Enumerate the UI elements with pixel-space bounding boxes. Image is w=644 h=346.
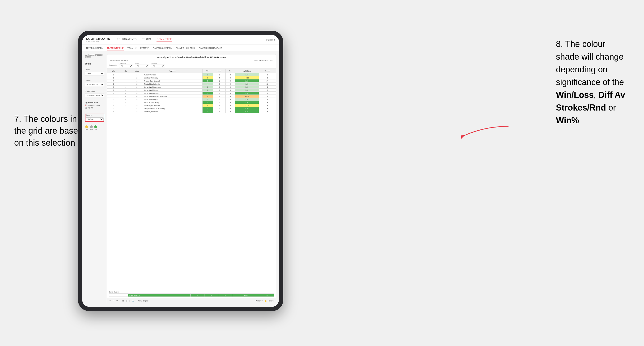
school-select[interactable]: 1. University of Nort... [85, 94, 104, 97]
table-cell: 9 [107, 89, 120, 92]
filter-row: Opponents: Conference (All) Region (All) [107, 62, 276, 69]
table-cell: 0 [213, 92, 226, 95]
nav-committee[interactable]: COMMITTEE [156, 38, 172, 41]
table-cell: 3.67 [235, 86, 259, 89]
table-cell: 11 [107, 95, 120, 98]
nav-teams[interactable]: TEAMS [142, 38, 151, 41]
table-cell: 1.83 [235, 82, 259, 86]
resize-button[interactable]: ⊡ [126, 300, 128, 302]
watch-button[interactable]: Watch ▾ [256, 300, 262, 302]
col-reg: #Reg [120, 69, 131, 73]
table-cell: 2.28 [235, 79, 259, 82]
table-row: 16-2University of Florida3106.629 [107, 110, 276, 113]
forward-button[interactable]: ⟳ [116, 300, 118, 302]
clock-button[interactable]: 🕐 [132, 300, 134, 302]
table-row: 14-5University of Oklahoma010-1.003 [107, 104, 276, 107]
table-cell: 6 [131, 95, 143, 98]
ipad-screen: SCOREBOARD Powered by clippd TOURNAMENTS… [82, 35, 279, 307]
nav-items: TOURNAMENTS TEAMS COMMITTEE [117, 38, 172, 41]
conference-select[interactable]: (All) [119, 65, 133, 67]
legend-dot-level [90, 125, 93, 128]
table-row: 4-1Arizona State University5102.2817 [107, 79, 276, 82]
tab-player-h2h-grid[interactable]: PLAYER H2H GRID [176, 46, 195, 50]
colour-by-select[interactable]: Win/loss [86, 117, 104, 121]
table-cell: 12 [107, 98, 120, 101]
table-cell: 0 [202, 104, 213, 107]
table-cell: 0 [226, 101, 235, 104]
table-cell: 3 [259, 104, 276, 107]
table-cell: - [120, 86, 131, 89]
table-cell: 0 [226, 86, 235, 89]
division-group: Division NCAA Division I [85, 80, 104, 86]
app-header: SCOREBOARD Powered by clippd TOURNAMENTS… [82, 35, 279, 45]
table-cell: 16 [107, 110, 120, 113]
view-label[interactable]: View: Original [138, 300, 148, 302]
opponent-select[interactable]: (All) [151, 65, 165, 67]
table-cell: 3 [202, 110, 213, 113]
tab-player-h2h-heatmap[interactable]: PLAYER H2H HEATMAP [199, 46, 222, 50]
table-cell: 0 [213, 107, 226, 110]
thumbs-up-button[interactable]: 👍 [264, 300, 267, 302]
table-row: 11-6University of Arkansas, Fayetteville… [107, 95, 276, 98]
region-select[interactable]: (All) [135, 65, 149, 67]
overall-record: Overall Record: 89 - 17 - 0 [109, 60, 128, 61]
table-cell: University of Alabama [143, 92, 202, 95]
table-cell: 0 [202, 76, 213, 79]
table-row: 13-1Texas Tech University3005.569 [107, 101, 276, 104]
undo-button[interactable]: ↩ [109, 300, 111, 302]
logo-area: SCOREBOARD Powered by clippd [86, 37, 110, 42]
division-select[interactable]: NCAA Division I [85, 83, 104, 86]
table-cell: University of Florida [143, 110, 202, 113]
table-cell: 0 [202, 95, 213, 98]
logo-sub: Powered by clippd [86, 40, 110, 42]
col-rank: #Rank [107, 69, 120, 73]
team-label: Team [85, 62, 104, 65]
ood-rank [109, 294, 116, 297]
table-cell: 5 [202, 107, 213, 110]
conference-filter: Conference (All) [119, 63, 133, 67]
gender-label: Gender [85, 69, 104, 70]
table-cell: 1 [213, 104, 226, 107]
table-cell: 1 [213, 95, 226, 98]
table-cell: 3 [259, 86, 276, 89]
table-cell: - [120, 92, 131, 95]
table-cell: - [120, 73, 131, 76]
table-cell: University of Oklahoma [143, 104, 202, 107]
ood-loss: 0 [204, 294, 218, 297]
table-cell: 12 [259, 82, 276, 86]
tab-team-summary[interactable]: TEAM SUMMARY [86, 46, 103, 50]
annotation-left: 7. The colours in the grid are based on … [14, 113, 82, 149]
table-cell: 3 [131, 98, 143, 101]
colour-by-section: Colour by Win/loss [85, 114, 104, 122]
table-cell: University of Arizona [143, 89, 202, 92]
table-cell: 2 [213, 82, 226, 86]
table-cell: 1.67 [235, 73, 259, 76]
radio-opponents-played[interactable]: Opponents Played [85, 104, 104, 106]
table-row: 2-1Auburn University2101.679 [107, 73, 276, 76]
table-cell: 3 [259, 98, 276, 101]
gender-select[interactable]: Men's [85, 72, 104, 75]
radio-top100[interactable]: Top 100 [85, 107, 104, 109]
table-cell: - [120, 110, 131, 113]
tab-team-h2h-grid[interactable]: TEAM H2H GRID [107, 46, 124, 50]
table-cell: 1 [131, 73, 143, 76]
sign-out-link[interactable]: | Sign out [266, 39, 275, 41]
main-content: Last Updated: 27/03/2024 16:55:38 Team G… [82, 51, 279, 307]
col-loss: Loss [213, 69, 226, 73]
redo-button[interactable]: ↪ [113, 300, 114, 302]
tab-player-summary[interactable]: PLAYER SUMMARY [152, 46, 172, 50]
table-cell: 3 [202, 92, 213, 95]
table-cell: 0 [226, 98, 235, 101]
division-record: Division Record: 88 - 17 - 0 [254, 60, 274, 61]
tab-team-h2h-heatmap[interactable]: TEAM H2H HEATMAP [128, 46, 149, 50]
ood-name: NCAA Division II [128, 294, 190, 297]
grid-panel: University of North Carolina Head-to-Hea… [107, 54, 276, 304]
school-group: School (Rank) 1. University of Nort... [85, 91, 104, 97]
copy-button[interactable]: ⊞ [122, 300, 124, 302]
table-cell: 0 [213, 86, 226, 89]
share-button[interactable]: Share [269, 300, 274, 302]
nav-tournaments[interactable]: TOURNAMENTS [117, 38, 137, 41]
table-cell: 15 [107, 107, 120, 110]
table-cell: - [120, 98, 131, 101]
toolbar-sep2: | [129, 300, 130, 302]
